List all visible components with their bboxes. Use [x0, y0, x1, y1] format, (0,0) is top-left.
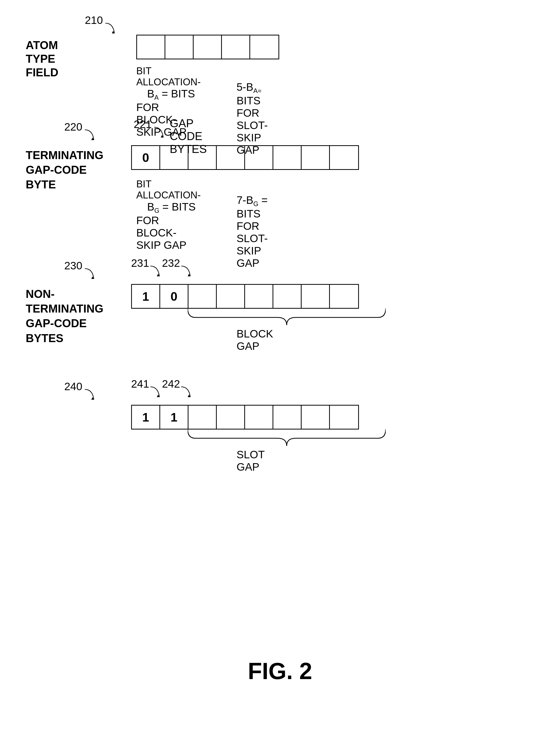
slot-gap-label: SLOT GAP: [237, 448, 265, 473]
sbit-3: [217, 405, 245, 429]
arrow-232: [174, 265, 194, 280]
ntbit-3: [217, 285, 245, 308]
brace-240: [188, 428, 386, 448]
bit-box-5: [250, 35, 278, 59]
atom-type-label: ATOM TYPE FIELD: [26, 39, 58, 79]
ntbit-6: [302, 285, 330, 308]
sbit-7: [330, 405, 358, 429]
tbit-4: [245, 146, 273, 169]
sbit-5: [273, 405, 302, 429]
figure-label: FIG. 2: [248, 658, 312, 684]
terminating-label: TERMINATINGGAP-CODE BYTE: [26, 148, 103, 192]
sbit-0: 1: [132, 405, 160, 429]
diagram-container: 210 ATOM TYPE FIELD BIT ALLOCATION- BA =…: [0, 0, 560, 731]
ntbit-4: [245, 285, 273, 308]
arrow-210: [98, 22, 118, 37]
nonterminating-label: NON-TERMINATINGGAP-CODE BYTES: [26, 287, 103, 346]
arrow-242: [174, 385, 194, 401]
tbit-3: [217, 146, 245, 169]
tbit-5: [273, 146, 302, 169]
atom-type-boxes: [136, 35, 279, 59]
slot-boxes: 1 1: [131, 405, 359, 429]
ntbit-5: [273, 285, 302, 308]
tbit-0: 0: [132, 146, 160, 169]
ntbit-2: [188, 285, 217, 308]
sbit-2: [188, 405, 217, 429]
arrow-230: [77, 267, 98, 283]
bit-alloc-label-210: BIT ALLOCATION-: [136, 66, 201, 87]
arrow-240: [77, 388, 98, 403]
bit-alloc-220: BIT ALLOCATION- BG = BITS FOR BLOCK-SKIP…: [136, 179, 201, 251]
ntbit-7: [330, 285, 358, 308]
bit-box-3: [194, 35, 222, 59]
tbit-6: [302, 146, 330, 169]
arrow-220: [77, 129, 98, 144]
bit-box-1: [137, 35, 165, 59]
arrow-231: [143, 265, 163, 280]
sbit-6: [302, 405, 330, 429]
bit-alloc-label-220: BIT ALLOCATION-: [136, 179, 201, 201]
sbit-1: 1: [160, 405, 188, 429]
bg-formula: BG = BITS FOR BLOCK-SKIP GAP: [136, 201, 196, 251]
tbit-1: [160, 146, 188, 169]
block-gap-label: BLOCK GAP: [237, 328, 273, 353]
bit-box-2: [165, 35, 194, 59]
bit-box-4: [222, 35, 250, 59]
tbit-2: [188, 146, 217, 169]
terminating-boxes: 0: [131, 145, 359, 170]
sbit-4: [245, 405, 273, 429]
nonterminating-boxes: 1 0: [131, 284, 359, 309]
brace-230: [188, 307, 386, 328]
arrow-241: [143, 385, 163, 401]
bg-formula2: 7-BG = BITS FOR SLOT-SKIP GAP: [237, 194, 268, 269]
bit-alloc-220-line2: 7-BG = BITS FOR SLOT-SKIP GAP: [237, 194, 268, 269]
ntbit-0: 1: [132, 285, 160, 308]
ba-formula2: 5-BA= BITS FOR SLOT-SKIP GAP: [237, 81, 268, 156]
tbit-7: [330, 146, 358, 169]
arrow-221: [147, 126, 167, 141]
ntbit-1: 0: [160, 285, 188, 308]
